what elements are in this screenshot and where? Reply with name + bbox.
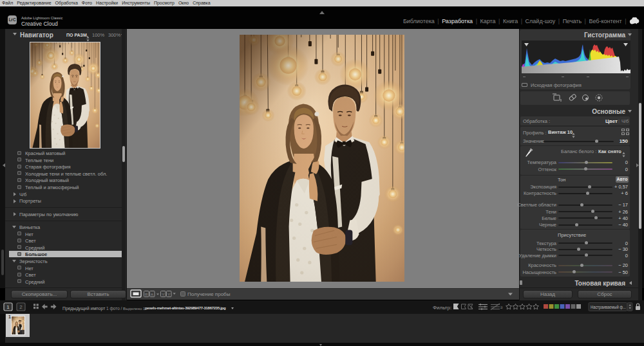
svg-text:2: 2 [19, 304, 23, 310]
svg-text:R: R [145, 293, 148, 296]
svg-text:Y: Y [167, 293, 170, 296]
svg-text:1: 1 [6, 304, 10, 310]
svg-text:A: A [151, 293, 153, 296]
svg-text:Настраиваемый ф...: Настраиваемый ф... [591, 305, 626, 310]
svg-text:≥: ≥ [500, 305, 503, 309]
svg-text:Y: Y [162, 293, 164, 296]
